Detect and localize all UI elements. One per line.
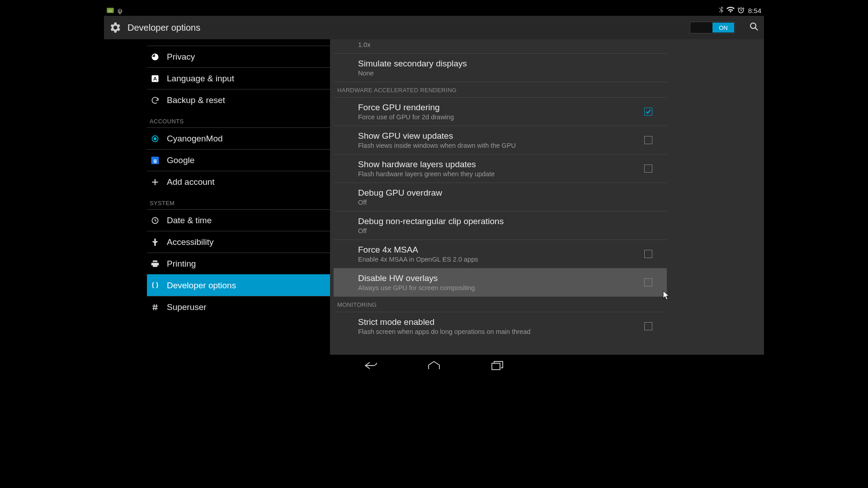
navigation-bar — [104, 355, 764, 376]
setting-show-hw-layers-updates[interactable]: Show hardware layers updates Flash hardw… — [334, 155, 667, 183]
setting-title: Show hardware layers updates — [358, 160, 495, 169]
setting-title: Force GPU rendering — [358, 103, 454, 113]
sidebar-section-accounts: Accounts — [147, 111, 330, 127]
setting-debug-non-rect-clip[interactable]: Debug non-rectangular clip operations Of… — [334, 211, 667, 240]
checkbox-icon[interactable] — [644, 322, 652, 330]
language-icon: A — [150, 73, 160, 84]
add-icon — [150, 177, 160, 188]
setting-disable-hw-overlays[interactable]: Disable HW overlays Always use GPU for s… — [334, 268, 667, 297]
section-monitoring: Monitoring — [334, 297, 667, 312]
hash-icon — [150, 302, 160, 313]
sidebar-item-label: Add account — [167, 177, 215, 187]
sidebar-item-label: Developer options — [167, 281, 236, 291]
nav-back-button[interactable] — [362, 359, 380, 372]
google-icon: g — [150, 155, 160, 166]
setting-value: 1.0x — [358, 41, 370, 48]
checkbox-icon[interactable] — [644, 108, 652, 116]
setting-title: Force 4x MSAA — [358, 245, 478, 255]
sidebar-section-system: System — [147, 192, 330, 209]
setting-value: Off — [358, 199, 442, 206]
nav-recent-button[interactable] — [488, 359, 506, 372]
setting-strict-mode[interactable]: Strict mode enabled Flash screen when ap… — [334, 312, 667, 340]
sidebar-item-developer-options[interactable]: Developer options — [147, 274, 330, 296]
page-title: Developer options — [127, 23, 200, 33]
privacy-icon — [150, 52, 160, 62]
sidebar-item-label: Accessibility — [167, 237, 213, 247]
setting-title: Debug GPU overdraw — [358, 188, 442, 198]
setting-title: Simulate secondary displays — [358, 59, 467, 69]
checkbox-icon[interactable] — [644, 164, 652, 173]
status-time: 8:54 — [748, 7, 761, 14]
svg-point-7 — [154, 137, 156, 140]
setting-title: Strict mode enabled — [358, 317, 530, 327]
svg-line-15 — [154, 304, 155, 310]
setting-value: Off — [358, 227, 504, 235]
sidebar-item-google[interactable]: g Google — [147, 149, 330, 171]
svg-text:A: A — [153, 75, 157, 81]
alarm-icon — [737, 6, 745, 15]
cyanogen-icon — [150, 133, 160, 144]
setting-debug-gpu-overdraw[interactable]: Debug GPU overdraw Off — [334, 183, 667, 211]
setting-title: Disable HW overlays — [358, 273, 475, 283]
sd-card-icon: ▭ — [107, 8, 114, 13]
sidebar-item-label: Privacy — [167, 52, 195, 62]
sidebar-item-backup[interactable]: Backup & reset — [147, 89, 330, 111]
sidebar-item-privacy[interactable]: Privacy — [147, 46, 330, 67]
sidebar-item-label: Language & input — [167, 74, 234, 84]
sidebar-item-label: CyanogenMod — [167, 134, 223, 144]
svg-text:g: g — [153, 157, 156, 163]
setting-sub: Force use of GPU for 2d drawing — [358, 113, 454, 121]
setting-animator-scale[interactable]: 1.0x — [334, 39, 667, 54]
svg-rect-17 — [492, 363, 500, 370]
setting-force-gpu-rendering[interactable]: Force GPU rendering Force use of GPU for… — [334, 98, 667, 126]
usb-icon: ψ — [118, 7, 123, 14]
toggle-on-label: ON — [712, 23, 734, 33]
nav-home-button[interactable] — [425, 359, 443, 372]
checkbox-icon[interactable] — [644, 136, 652, 144]
setting-title: Show GPU view updates — [358, 131, 516, 141]
wifi-icon — [726, 7, 735, 14]
setting-force-4x-msaa[interactable]: Force 4x MSAA Enable 4x MSAA in OpenGL E… — [334, 240, 667, 268]
setting-sub: Flash views inside windows when drawn wi… — [358, 142, 516, 149]
action-bar: Developer options ON — [104, 16, 764, 39]
setting-simulate-displays[interactable]: Simulate secondary displays None — [334, 54, 667, 82]
setting-sub: Always use GPU for screen compositing — [358, 284, 475, 291]
setting-title: Debug non-rectangular clip operations — [358, 216, 504, 226]
checkbox-icon[interactable] — [644, 278, 652, 286]
sidebar-item-label: Superuser — [167, 302, 207, 312]
hand-icon — [150, 237, 160, 248]
detail-panel: 1.0x Simulate secondary displays None Ha… — [330, 39, 764, 355]
sidebar-item-date-time[interactable]: Date & time — [147, 209, 330, 231]
setting-show-gpu-view-updates[interactable]: Show GPU view updates Flash views inside… — [334, 126, 667, 155]
section-hw-rendering: Hardware accelerated rendering — [334, 82, 667, 98]
sidebar-item-label: Google — [167, 155, 194, 165]
print-icon — [150, 258, 160, 269]
sidebar-item-printing[interactable]: Printing — [147, 253, 330, 274]
setting-sub: Flash hardware layers green when they up… — [358, 170, 495, 178]
sidebar-item-label: Backup & reset — [167, 95, 225, 105]
search-icon[interactable] — [749, 21, 760, 34]
setting-sub: Enable 4x MSAA in OpenGL ES 2.0 apps — [358, 256, 478, 263]
sidebar-item-language[interactable]: A Language & input — [147, 67, 330, 89]
settings-sidebar: Privacy A Language & input Backup & rese… — [104, 39, 330, 355]
sidebar-item-label: Date & time — [167, 216, 212, 225]
checkbox-icon[interactable] — [644, 250, 652, 258]
svg-point-1 — [750, 23, 756, 28]
clock-icon — [150, 215, 160, 226]
settings-gear-icon — [107, 19, 123, 36]
svg-line-2 — [755, 28, 758, 31]
sidebar-item-accessibility[interactable]: Accessibility — [147, 231, 330, 253]
svg-line-16 — [156, 304, 157, 310]
sidebar-item-cyanogenmod[interactable]: CyanogenMod — [147, 127, 330, 149]
braces-icon — [150, 280, 160, 291]
sidebar-item-superuser[interactable]: Superuser — [147, 296, 330, 318]
status-bar: ▭ ψ 8:54 — [104, 5, 764, 16]
sidebar-item-add-account[interactable]: Add account — [147, 171, 330, 192]
setting-sub: Flash screen when apps do long operation… — [358, 328, 530, 335]
developer-options-toggle[interactable]: ON — [690, 22, 735, 33]
sidebar-item-label: Printing — [167, 259, 196, 269]
setting-value: None — [358, 70, 467, 77]
backup-icon — [150, 95, 160, 106]
bluetooth-icon — [718, 6, 724, 15]
